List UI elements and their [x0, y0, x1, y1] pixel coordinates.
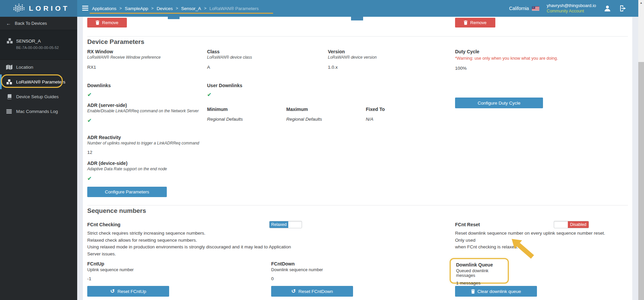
downlinks-check-icon: ✔ — [87, 92, 111, 98]
fcnt-checking-description: Strict check requires strictly increasin… — [87, 230, 302, 257]
vertical-scrollbar[interactable]: ▲ — [638, 0, 644, 300]
rx-window-value: RX1 — [87, 65, 201, 70]
main-content: Remove Remove Device Parameters RX Windo… — [77, 17, 638, 300]
trash-icon — [471, 289, 475, 294]
field-adr-server-side: ADR (server-side) Enable/Disable LinkADR… — [87, 103, 205, 124]
version-value: 1.0.x — [328, 65, 442, 70]
remove-button-right[interactable]: Remove — [455, 18, 495, 27]
sidebar-item-device-setup-guides[interactable]: Device Setup Guides — [0, 89, 77, 104]
lorawan-cubes-icon — [6, 79, 12, 84]
sidebar-item-label: Location — [16, 65, 33, 70]
breadcrumb: Applications > SampleApp > Devices > Sen… — [92, 0, 259, 17]
field-version: Version LoRaWAN® device version 1.0.x — [328, 49, 442, 70]
clear-downlink-queue-button[interactable]: Clear downlink queue — [455, 286, 537, 297]
field-adr-fixed-to: Fixed To N/A — [366, 107, 385, 122]
clipped-button-remnant — [168, 17, 180, 19]
breadcrumb-applications[interactable]: Applications — [92, 6, 116, 11]
map-icon — [6, 65, 12, 70]
account-menu[interactable]: yhavrysh@thingsboard.io Community Accoun… — [547, 3, 596, 14]
device-eui: BE-7A-00-00-00-00-05-52 — [7, 46, 77, 50]
divider — [87, 36, 628, 37]
loriot-logo-icon — [13, 3, 25, 13]
us-flag-icon — [532, 6, 539, 11]
clipped-button-remnant — [351, 17, 363, 20]
back-to-devices-label: Back To Devices — [15, 21, 47, 26]
adr-server-check-icon: ✔ — [87, 117, 205, 124]
device-cubes-icon — [7, 38, 13, 44]
configure-parameters-button[interactable]: Configure Parameters — [87, 187, 167, 197]
book-icon — [6, 94, 12, 99]
user-icon[interactable] — [603, 4, 611, 12]
device-summary: SENSOR_A BE-7A-00-00-00-00-05-52 — [0, 30, 77, 60]
field-adr-maximum: Maximum Regional Defaults — [286, 107, 322, 122]
adr-device-check-icon: ✔ — [87, 175, 255, 182]
breadcrumb-devices[interactable]: Devices — [157, 6, 173, 11]
divider — [87, 205, 628, 205]
back-to-devices-button[interactable]: ← Back To Devices — [0, 17, 77, 30]
loriot-app-window: LORIOT Applications > SampleApp > Device… — [0, 0, 644, 300]
field-duty-cycle: Duty Cycle *Warning: use only when you k… — [455, 49, 589, 71]
sidebar-item-label: LoRaWAN® Parameters — [16, 79, 65, 84]
sidebar-item-location[interactable]: Location — [0, 60, 77, 74]
breadcrumb-separator: > — [151, 6, 154, 11]
field-rx-window: RX Window LoRaWAN® Receive Window prefer… — [87, 49, 201, 70]
account-type-link[interactable]: Community Account — [547, 8, 596, 14]
sidebar: ← Back To Devices SENSOR_A BE-7A-00-00-0… — [0, 17, 77, 300]
field-user-downlinks: User Downlinks ✔ — [207, 83, 242, 98]
class-value: A — [207, 65, 321, 70]
sidebar-nav: Location LoRaWAN® Parameters Device Setu… — [0, 60, 77, 119]
annotation-downlink-queue-ring: Downlink Queue Queued downlink messages … — [450, 258, 509, 284]
region-selector[interactable]: California — [509, 6, 539, 11]
breadcrumb-current-page: LoRaWAN® Parameters — [209, 6, 259, 11]
fcnt-reset-toggle-state: Disabled — [568, 221, 589, 228]
fcntdown-value: 0 — [271, 276, 323, 281]
field-fcntup: FCntUp Uplink sequence number -1 — [87, 261, 134, 281]
field-downlinks: Downlinks ✔ — [87, 83, 111, 98]
back-arrow-icon: ← — [6, 20, 11, 26]
reset-icon: ↺ — [110, 289, 115, 294]
breadcrumb-sampleapp[interactable]: SampleApp — [125, 6, 148, 11]
top-navbar: LORIOT Applications > SampleApp > Device… — [0, 0, 638, 17]
fcnt-checking-label: FCnt Checking — [87, 222, 120, 227]
field-fcntdown: FCntDown Downlink sequence number 0 — [271, 261, 323, 281]
loriot-logo[interactable]: LORIOT — [0, 0, 77, 17]
fcnt-checking-toggle[interactable]: Relaxed — [269, 221, 302, 228]
loriot-logo-text: LORIOT — [29, 4, 69, 12]
trash-icon — [464, 20, 467, 25]
fcnt-reset-toggle[interactable]: Disabled — [554, 221, 589, 228]
adr-fixed-to-value: N/A — [366, 117, 385, 122]
downlink-queue-label: Downlink Queue — [456, 262, 508, 267]
trash-icon — [96, 20, 99, 25]
device-name: SENSOR_A — [16, 39, 41, 44]
adr-minimum-value: Regional Defaults — [207, 117, 243, 122]
breadcrumb-separator: > — [119, 6, 122, 11]
annotation-breadcrumb-underline — [90, 13, 273, 14]
topbar-account-area: California yhavrysh@thingsboard.io Commu… — [509, 0, 627, 17]
logout-icon[interactable] — [619, 4, 627, 12]
duty-cycle-warning: *Warning: use only when you know what yo… — [455, 56, 589, 61]
fcnt-reset-description: Reset downlink sequence number on every … — [455, 230, 613, 251]
remove-button-left[interactable]: Remove — [87, 18, 127, 27]
scrollbar-up-arrow[interactable]: ▲ — [638, 0, 644, 6]
breadcrumb-separator: > — [176, 6, 178, 11]
fcntup-value: -1 — [87, 276, 134, 281]
field-adr-device-side: ADR (device-side) Adaptive Data Rate sup… — [87, 161, 255, 182]
duty-cycle-value: 100% — [455, 66, 589, 71]
sidebar-item-label: Mac Commands Log — [16, 109, 58, 114]
sidebar-item-lorawan-parameters[interactable]: LoRaWAN® Parameters — [0, 74, 77, 89]
menu-icon[interactable] — [82, 6, 88, 12]
user-downlinks-check-icon: ✔ — [207, 92, 242, 98]
section-title-device-parameters: Device Parameters — [87, 38, 144, 46]
scrollbar-thumb[interactable] — [638, 62, 644, 300]
reset-fcntdown-button[interactable]: ↺ Reset FCntDown — [271, 286, 353, 297]
reset-icon: ↺ — [291, 289, 296, 294]
fcnt-reset-label: FCnt Reset — [455, 222, 480, 227]
breadcrumb-sensor-a[interactable]: Sensor_A — [181, 6, 201, 11]
configure-duty-cycle-button[interactable]: Configure Duty Cycle — [455, 98, 543, 108]
field-adr-reactivity: ADR Reactivity Number of uplinks require… — [87, 135, 255, 155]
content-card: Remove Remove Device Parameters RX Windo… — [83, 17, 632, 300]
reset-fcntup-button[interactable]: ↺ Reset FCntUp — [87, 286, 169, 297]
downlink-queue-count: 1 messages — [456, 281, 508, 286]
sidebar-item-mac-commands-log[interactable]: Mac Commands Log — [0, 104, 77, 119]
adr-reactivity-value: 12 — [87, 150, 255, 155]
